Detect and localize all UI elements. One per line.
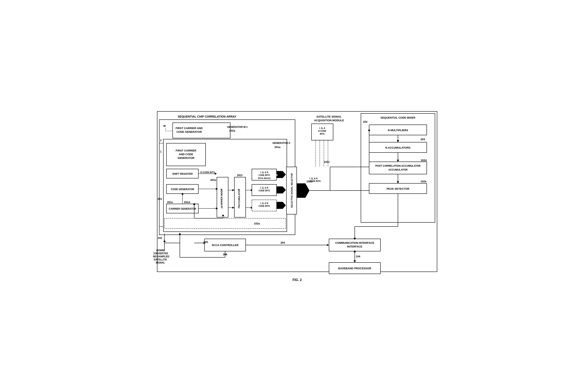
n-code-bits-label: N CODE BITS <box>200 171 215 174</box>
code-generator: CODE GENERATOR <box>171 188 194 191</box>
svg-text:CODE BITS: CODE BITS <box>310 180 321 182</box>
ref-2: 2 <box>160 139 162 142</box>
ref-201a: 201a <box>274 146 281 148</box>
ref-104: 104 <box>356 255 360 258</box>
svg-text:AND CODE: AND CODE <box>179 153 193 156</box>
satellite-title-line1: SATELLITE SIGNAL <box>317 115 342 118</box>
ref-203: 203 <box>421 138 425 141</box>
ref-201: 201 <box>158 197 162 200</box>
n-accumulators: N ACCUMULATORS <box>385 146 411 149</box>
down-converted: DOWN <box>156 249 164 252</box>
ref-204: 204 <box>280 241 285 244</box>
svg-text:▶: ▶ <box>276 174 278 176</box>
code-bits-bot: I, Q, & N <box>260 202 268 204</box>
svg-text:N CODE: N CODE <box>318 130 326 132</box>
peak-detector: PEAK DETECTOR <box>387 187 410 190</box>
svg-rect-73 <box>164 218 286 228</box>
ref-201c: 201c <box>167 201 173 204</box>
ref-202: 202 <box>363 120 368 123</box>
svg-text:AND SAMPLED: AND SAMPLED <box>153 255 169 258</box>
code-bits-mid: I, Q, & N <box>260 187 268 189</box>
n-multipliers: N MULTIPLIERS <box>388 129 408 132</box>
post-correlation-accumulator: POST CORRELATION ACCUMULATOR <box>375 164 421 167</box>
selective-signal-selector: SELECTIVE SIGNAL SELECTOR <box>290 173 293 208</box>
svg-text:GENERATOR: GENERATOR <box>178 156 194 160</box>
svg-text:SATELLITE: SATELLITE <box>154 258 167 261</box>
accumulator: ACCUMULATOR <box>238 189 240 206</box>
sat-input-label: I, Q, & <box>319 127 325 129</box>
first-carrier-code-gen-0: FIRST CARRIER <box>176 149 196 152</box>
ref-102c: 102c <box>324 160 330 164</box>
ref-201e: 201e <box>210 178 216 182</box>
svg-text:SIGNAL: SIGNAL <box>156 261 165 264</box>
generator-0-label: GENERATOR 0 <box>272 142 290 144</box>
baseband-processor: BASEBAND PROCESSOR <box>338 267 371 270</box>
svg-text:ACCUMULATOR: ACCUMULATOR <box>388 168 408 171</box>
svg-rect-8 <box>369 162 427 174</box>
ref-102a: 102a <box>254 222 260 225</box>
i-label-accum: I <box>238 188 238 191</box>
svg-text:CODE GENERATOR: CODE GENERATOR <box>176 130 202 134</box>
i-label-mixer: I <box>221 188 222 191</box>
diagram-container: SEQUENTIAL CHIP CORRELATION ARRAY SEQUEN… <box>153 107 433 285</box>
svg-text:CONVERTED: CONVERTED <box>153 252 168 255</box>
svg-text:CODE BITS: CODE BITS <box>259 190 270 192</box>
scm-title: SEQUENTIAL CODE MIXER <box>380 116 415 119</box>
svg-text:(from above): (from above) <box>258 177 270 179</box>
svg-text:BITS: BITS <box>320 133 325 135</box>
shift-register: SHIFT REGISTER <box>172 172 193 175</box>
svg-text:INTERFACE: INTERFACE <box>347 245 362 248</box>
ref-102: 102 <box>158 236 162 240</box>
fig-label: FIG. 2 <box>292 278 302 282</box>
carrier-generator: CARRIER GENERATOR <box>169 208 196 210</box>
ref-102e: 102e <box>421 180 427 183</box>
code-bits-top: I, Q, & N <box>260 171 268 174</box>
communication-interface: COMMUNICATION INTERFACE <box>335 241 374 244</box>
satellite-title-line2: ACQUISITION MODULE <box>314 119 344 122</box>
ref-202a: 202a <box>229 129 235 132</box>
ref-m: M <box>163 124 166 128</box>
ref-201f: 201f <box>237 174 243 177</box>
ref-102d: 102d <box>421 159 427 162</box>
page-container: SEQUENTIAL CHIP CORRELATION ARRAY SEQUEN… <box>149 103 437 289</box>
scca-title: SEQUENTIAL CHIP CORRELATION ARRAY <box>178 115 236 118</box>
carrier-mixer: CARRIER MIXER <box>220 188 223 206</box>
q-label-accum: Q <box>238 206 240 208</box>
ref-1: 1 <box>160 150 162 153</box>
first-carrier-code-gen-m1: FIRST CARRIER AND <box>175 126 203 130</box>
ref-201d: 201d <box>184 201 190 204</box>
scca-controller: SCCA CONTROLLER <box>212 244 239 247</box>
svg-text:CODE BITS: CODE BITS <box>259 174 270 176</box>
generator-m1-label: GENERATOR M-1 <box>227 126 248 128</box>
svg-text:CODE BITS: CODE BITS <box>259 205 270 207</box>
iq-code-bits-right: I, Q, & N <box>310 178 318 180</box>
q-label-mixer: Q <box>221 206 223 208</box>
